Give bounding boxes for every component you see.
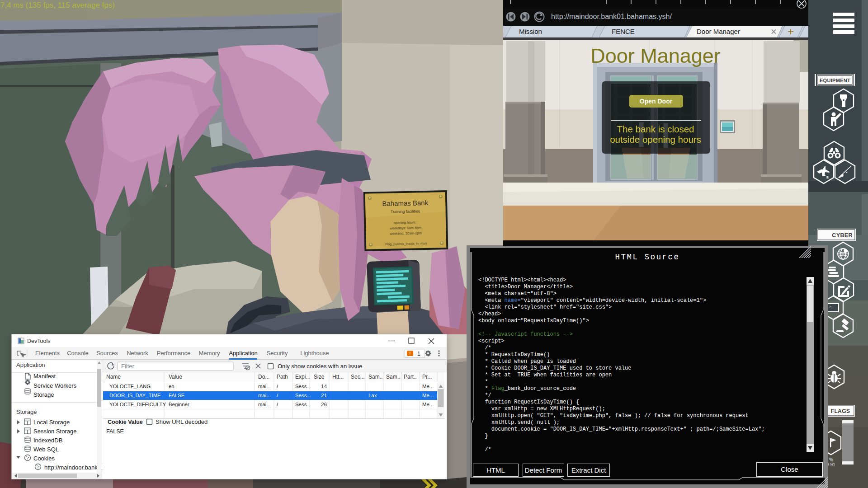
svg-text:Size: Size bbox=[314, 374, 325, 380]
svg-text:DevTools: DevTools bbox=[27, 338, 50, 344]
svg-text:Lighthouse: Lighthouse bbox=[300, 350, 329, 357]
svg-text:Elements: Elements bbox=[35, 350, 60, 357]
svg-text:mai...: mai... bbox=[258, 384, 271, 389]
svg-text:E: E bbox=[826, 175, 829, 179]
svg-text:en: en bbox=[169, 384, 175, 389]
svg-text:Manifest: Manifest bbox=[33, 373, 56, 380]
svg-text:Application: Application bbox=[229, 350, 258, 357]
svg-text:opening hours :: opening hours : bbox=[394, 220, 418, 225]
svg-text:Sam..: Sam.. bbox=[386, 374, 400, 380]
svg-text:DOOR_IS_DAY_TIME: DOOR_IS_DAY_TIME bbox=[109, 393, 161, 398]
svg-text:>_: >_ bbox=[829, 305, 834, 309]
svg-text:Open Door: Open Door bbox=[640, 98, 673, 105]
svg-text:IndexedDB: IndexedDB bbox=[33, 437, 62, 444]
svg-text:21: 21 bbox=[321, 393, 327, 398]
svg-text:!: ! bbox=[410, 351, 411, 356]
svg-text:26: 26 bbox=[321, 402, 327, 407]
svg-text:Sess...: Sess... bbox=[295, 402, 311, 407]
svg-text:Security: Security bbox=[267, 350, 288, 357]
svg-text:Training facilities: Training facilities bbox=[391, 209, 420, 214]
svg-text:Console: Console bbox=[67, 350, 89, 357]
svg-text:Door Manager: Door Manager bbox=[590, 44, 721, 67]
svg-text:Service Workers: Service Workers bbox=[33, 382, 77, 389]
svg-text:Memory: Memory bbox=[199, 350, 220, 357]
svg-text:Me...: Me... bbox=[422, 402, 434, 407]
svg-text:Network: Network bbox=[127, 350, 148, 357]
svg-text:outside opening hours: outside opening hours bbox=[610, 134, 701, 145]
svg-text:FALSE: FALSE bbox=[169, 393, 185, 398]
svg-text:Storage: Storage bbox=[16, 408, 37, 415]
svg-text:Value: Value bbox=[169, 374, 182, 380]
svg-text:Storage: Storage bbox=[33, 391, 54, 398]
svg-text:Sam..: Sam.. bbox=[368, 374, 382, 380]
svg-text:Path: Path bbox=[277, 374, 288, 380]
svg-text:Local Storage: Local Storage bbox=[33, 419, 70, 426]
svg-text:Door Manager: Door Manager bbox=[697, 28, 740, 35]
svg-text:Mission: Mission bbox=[519, 28, 542, 35]
svg-text:The bank is closed: The bank is closed bbox=[617, 124, 694, 134]
svg-text:Pr...: Pr... bbox=[422, 374, 432, 380]
svg-text:EQUIPMENT: EQUIPMENT bbox=[820, 78, 850, 83]
svg-text:/ 91: / 91 bbox=[828, 462, 835, 467]
svg-text:Performance: Performance bbox=[157, 350, 190, 357]
svg-text:Filter: Filter bbox=[121, 363, 135, 370]
svg-text:Sess...: Sess... bbox=[295, 384, 311, 389]
svg-text:Beginner: Beginner bbox=[169, 402, 189, 407]
svg-text:mai...: mai... bbox=[258, 402, 271, 407]
svg-text:YOLOCTF_DIFFICULTY: YOLOCTF_DIFFICULTY bbox=[109, 402, 166, 407]
svg-text:Do...: Do... bbox=[258, 374, 269, 380]
svg-text:weekdays: 6am-6pm: weekdays: 6am-6pm bbox=[389, 225, 421, 230]
svg-text:FLAGS: FLAGS bbox=[831, 408, 850, 414]
svg-text:weekend: 10am-2pm: weekend: 10am-2pm bbox=[389, 231, 422, 236]
svg-text:Bahamas Bank: Bahamas Bank bbox=[382, 199, 429, 207]
svg-text:1: 1 bbox=[417, 351, 420, 357]
svg-text:Web SQL: Web SQL bbox=[33, 446, 59, 453]
svg-text:Name: Name bbox=[106, 374, 121, 380]
svg-text:Part..: Part.. bbox=[404, 374, 417, 380]
svg-text:CYBER: CYBER bbox=[832, 232, 853, 239]
svg-text:FALSE: FALSE bbox=[106, 428, 124, 435]
svg-text:http://maindoor.bank01: http://maindoor.bank01 bbox=[44, 464, 102, 471]
svg-text:Me...: Me... bbox=[422, 384, 434, 389]
svg-text:Expi...: Expi... bbox=[295, 374, 310, 380]
svg-text:Show URL decoded: Show URL decoded bbox=[156, 418, 208, 425]
svg-text:Lax: Lax bbox=[368, 393, 377, 398]
svg-text:%: % bbox=[829, 457, 833, 462]
svg-text:Sources: Sources bbox=[96, 350, 118, 357]
svg-text:Session Storage: Session Storage bbox=[33, 428, 76, 435]
svg-text:14: 14 bbox=[321, 384, 327, 389]
svg-text:Cookies: Cookies bbox=[33, 455, 55, 462]
svg-text:Cookie Value: Cookie Value bbox=[108, 419, 143, 425]
svg-text:Only show cookies with an issu: Only show cookies with an issue bbox=[278, 363, 362, 370]
svg-text:http://maindoor.bank01.bahamas: http://maindoor.bank01.bahamas.ysh/ bbox=[551, 13, 672, 20]
svg-text:Me...: Me... bbox=[422, 393, 434, 398]
svg-text:Application: Application bbox=[16, 361, 45, 368]
svg-text:Sec...: Sec... bbox=[351, 374, 365, 380]
svg-text:Sess...: Sess... bbox=[295, 393, 311, 398]
svg-text:mai...: mai... bbox=[258, 393, 271, 398]
svg-text:YOLOCTF_LANG: YOLOCTF_LANG bbox=[109, 384, 151, 389]
svg-text:Htt...: Htt... bbox=[332, 374, 344, 380]
svg-text:FENCE: FENCE bbox=[612, 28, 635, 35]
